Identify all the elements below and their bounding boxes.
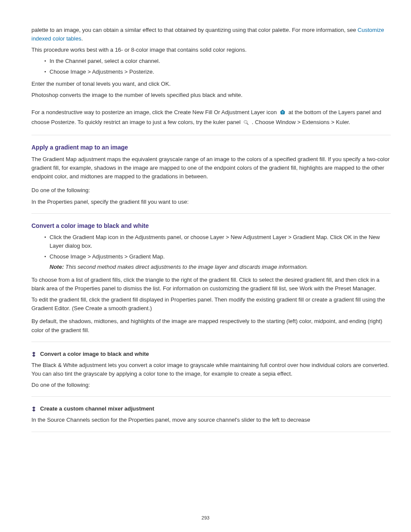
step: Do one of the following: bbox=[31, 186, 391, 195]
svg-rect-2 bbox=[32, 354, 35, 357]
gradient-map-details: Convert a color image to black and white… bbox=[31, 221, 391, 335]
sub-heading-channel-mixer: Create a custom channel mixer adjustment bbox=[31, 404, 391, 413]
divider bbox=[31, 342, 391, 342]
new-layer-icon bbox=[243, 119, 249, 128]
sub-heading-convert-bw: Convert a color image to black and white bbox=[31, 350, 391, 358]
list-item: Choose Image > Adjustments > Gradient Ma… bbox=[50, 252, 391, 271]
list-item: In the Channel panel, select a color cha… bbox=[50, 57, 391, 65]
paragraph: To choose from a list of gradient fills,… bbox=[31, 276, 391, 293]
list-item: Choose Image > Adjustments > Posterize. bbox=[50, 68, 391, 76]
gradient-map-section: Apply a gradient map to an image The Gra… bbox=[31, 143, 391, 206]
posterize-section: palette to an image, you can obtain a si… bbox=[31, 26, 391, 128]
divider bbox=[31, 213, 391, 214]
kuler-icon bbox=[280, 109, 286, 118]
paragraph: Enter the number of tonal levels you wan… bbox=[31, 80, 391, 88]
paragraph: By default, the shadows, midtones, and h… bbox=[31, 317, 391, 334]
diamond-icon bbox=[31, 405, 36, 410]
convert-bw-block: Convert a color image to black and white… bbox=[31, 350, 391, 390]
step: Do one of the following: bbox=[31, 381, 391, 389]
channel-mixer-block: Create a custom channel mixer adjustment… bbox=[31, 404, 391, 424]
heading-text: Convert a color image to black and white bbox=[40, 351, 149, 357]
divider bbox=[31, 135, 391, 135]
list-item: Click the Gradient Map icon in the Adjus… bbox=[50, 233, 391, 250]
text: Click the Gradient Map icon bbox=[50, 234, 120, 240]
text: For a nondestructive way to posterize an… bbox=[31, 109, 278, 115]
divider bbox=[31, 396, 391, 397]
paragraph: palette to an image, you can obtain a si… bbox=[31, 26, 391, 43]
note-text: This second method makes direct adjustme… bbox=[65, 264, 308, 270]
diamond-icon bbox=[31, 351, 36, 355]
text: palette to an image, you can obtain a si… bbox=[31, 27, 316, 33]
heading-convert-bw: Convert a color image to black and white bbox=[31, 221, 391, 231]
paragraph: To edit the gradient fill, click the gra… bbox=[31, 296, 391, 313]
text: information, see bbox=[316, 27, 358, 33]
svg-rect-4 bbox=[32, 409, 35, 411]
page-number: 293 bbox=[0, 514, 411, 522]
bullet-list: In the Channel panel, select a color cha… bbox=[31, 57, 391, 76]
paragraph: This procedure works best with a 16- or … bbox=[31, 46, 391, 54]
text: . Choose Window > Extensions > Kuler. bbox=[252, 119, 350, 125]
heading-gradient-map: Apply a gradient map to an image bbox=[31, 143, 391, 152]
paragraph: The Black & White adjustment lets you co… bbox=[31, 361, 391, 378]
heading-text: Create a custom channel mixer adjustment bbox=[40, 405, 154, 412]
text: Choose Image > Adjustments > Gradient Ma… bbox=[50, 253, 165, 260]
text: . bbox=[81, 35, 83, 42]
note-label: Note: bbox=[50, 264, 65, 270]
note-paragraph: For a nondestructive way to posterize an… bbox=[31, 108, 391, 128]
paragraph: In the Source Channels section for the P… bbox=[31, 416, 391, 424]
divider bbox=[31, 432, 391, 432]
bullet-list: Click the Gradient Map icon in the Adjus… bbox=[31, 233, 391, 271]
paragraph: Photoshop converts the image to the numb… bbox=[31, 91, 391, 100]
paragraph: The Gradient Map adjustment maps the equ… bbox=[31, 155, 391, 181]
step: In the Properties panel, specify the gra… bbox=[31, 198, 391, 206]
